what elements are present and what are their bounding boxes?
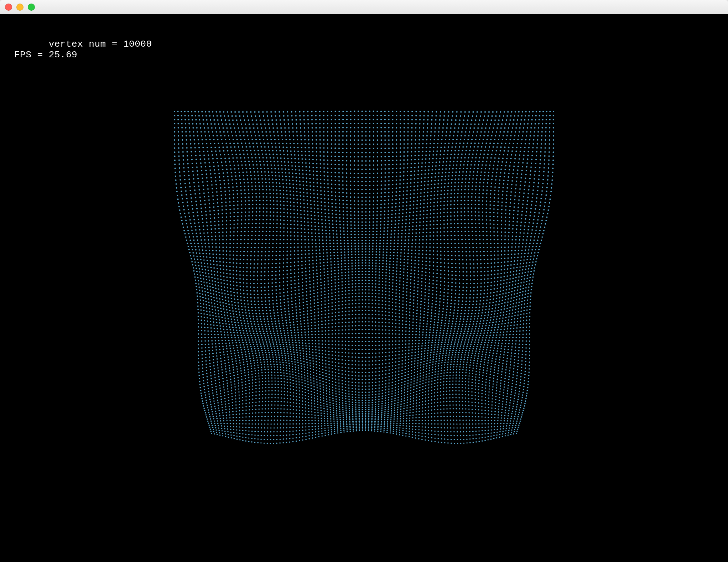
point-mesh-canvas: [0, 14, 728, 562]
app-window: vertex num = 10000 FPS = 25.69: [0, 0, 728, 562]
fps-label: FPS =: [14, 50, 49, 60]
close-icon[interactable]: [5, 4, 12, 11]
debug-overlay: vertex num = 10000 FPS = 25.69: [14, 28, 152, 71]
vertex-count-label: vertex num =: [49, 39, 123, 50]
vertex-count-value: 10000: [123, 39, 152, 50]
titlebar[interactable]: [0, 0, 728, 14]
minimize-icon[interactable]: [16, 4, 24, 11]
render-viewport[interactable]: vertex num = 10000 FPS = 25.69: [0, 14, 728, 562]
fps-value: 25.69: [49, 50, 78, 60]
zoom-icon[interactable]: [28, 4, 35, 11]
